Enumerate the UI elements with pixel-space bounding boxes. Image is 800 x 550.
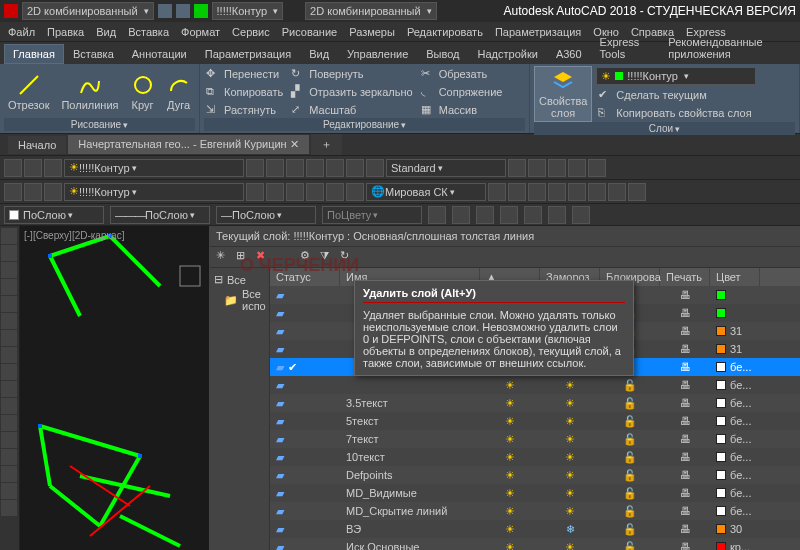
tool-icon[interactable] [326, 159, 344, 177]
workspace-combo-2[interactable]: 2D комбинированный [305, 2, 437, 20]
viewport-label[interactable]: [-][Сверху][2D-каркас] [24, 230, 124, 241]
tool-icon[interactable] [1, 449, 17, 465]
tool-icon[interactable] [306, 183, 324, 201]
tool-icon[interactable] [266, 183, 284, 201]
ribbon-tab[interactable]: Express Tools [591, 32, 660, 64]
tool-icon[interactable] [528, 159, 546, 177]
ribbon-tab[interactable]: A360 [547, 44, 591, 64]
tool-icon[interactable] [1, 313, 17, 329]
new-icon[interactable] [158, 4, 172, 18]
tool-icon[interactable] [266, 159, 284, 177]
new-tab-button[interactable]: ＋ [311, 134, 342, 155]
layer-states-icon[interactable]: ⚙ [300, 249, 316, 265]
current-layer-combo[interactable]: ☀!!!!!Контур [596, 67, 756, 85]
tool-icon[interactable] [508, 183, 526, 201]
tool-icon[interactable] [528, 183, 546, 201]
qat-layer-combo[interactable]: !!!!!Контур [212, 2, 284, 20]
polyline-button[interactable]: Полилиния [57, 71, 122, 113]
filter-all[interactable]: ⊟ Все [214, 272, 265, 287]
ribbon-tab-home[interactable]: Главная [4, 44, 64, 64]
tool-icon[interactable] [1, 296, 17, 312]
col-color[interactable]: Цвет [710, 268, 760, 286]
workspace-combo-1[interactable]: 2D комбинированный [22, 2, 154, 20]
tool-icon[interactable] [366, 159, 384, 177]
tool-icon[interactable] [476, 206, 494, 224]
tool-icon[interactable] [44, 183, 62, 201]
tool-icon[interactable] [286, 183, 304, 201]
tool-icon[interactable] [588, 183, 606, 201]
tool-icon[interactable] [500, 206, 518, 224]
move-button[interactable]: ✥Перенести [204, 66, 285, 82]
line-button[interactable]: Отрезок [4, 71, 53, 113]
stretch-button[interactable]: ⇲Растянуть [204, 102, 285, 118]
tool-icon[interactable] [524, 206, 542, 224]
tool-icon[interactable] [548, 159, 566, 177]
col-status[interactable]: Статус [270, 268, 340, 286]
textstyle-combo[interactable]: Standard [386, 159, 506, 177]
color-combo[interactable]: ПоСлою [4, 206, 104, 224]
tool-icon[interactable] [1, 432, 17, 448]
ribbon-tab[interactable]: Вид [300, 44, 338, 64]
tool-icon[interactable] [306, 159, 324, 177]
layer-row[interactable]: ▰MD_Видимые☀☀🔓🖶 бе... [270, 484, 800, 502]
layer-toolbar-combo-2[interactable]: ☀ !!!!!Контур [64, 183, 244, 201]
plotstyle-combo[interactable]: ПоЦвету [322, 206, 422, 224]
menu-item[interactable]: Размеры [349, 26, 395, 38]
menu-item[interactable]: Рисование [282, 26, 337, 38]
tool-icon[interactable] [452, 206, 470, 224]
tool-icon[interactable] [1, 466, 17, 482]
layer-row[interactable]: ▰Иск.Основные☀☀🔓🖶 кр... [270, 538, 800, 550]
menu-item[interactable]: Файл [8, 26, 35, 38]
panel-title[interactable]: Редактирование [204, 118, 525, 131]
tool-icon[interactable] [24, 159, 42, 177]
tool-icon[interactable] [1, 398, 17, 414]
save-icon[interactable] [176, 4, 190, 18]
tool-icon[interactable] [246, 183, 264, 201]
ribbon-tab[interactable]: Надстройки [469, 44, 547, 64]
panel-title[interactable]: Рисование [4, 118, 195, 131]
tool-icon[interactable] [1, 262, 17, 278]
viewport[interactable]: [-][Сверху][2D-каркас] [20, 226, 210, 550]
menu-item[interactable]: Параметризация [495, 26, 581, 38]
layer-row[interactable]: ▰10текст☀☀🔓🖶 бе... [270, 448, 800, 466]
tool-icon[interactable] [346, 183, 364, 201]
tool-icon[interactable] [1, 483, 17, 499]
circle-button[interactable]: Круг [127, 71, 159, 113]
fillet-button[interactable]: ◟Сопряжение [419, 84, 505, 100]
col-plot[interactable]: Печать [660, 268, 710, 286]
ribbon-tab[interactable]: Вывод [417, 44, 468, 64]
tool-icon[interactable] [24, 183, 42, 201]
arc-button[interactable]: Дуга [163, 71, 195, 113]
tool-icon[interactable] [246, 159, 264, 177]
ribbon-tab[interactable]: Параметризация [196, 44, 300, 64]
tool-icon[interactable] [548, 183, 566, 201]
tool-icon[interactable] [346, 159, 364, 177]
menu-item[interactable]: Сервис [232, 26, 270, 38]
close-tab-icon[interactable]: ✕ [290, 138, 299, 150]
menu-item[interactable]: Редактировать [407, 26, 483, 38]
rotate-button[interactable]: ↻Повернуть [289, 66, 414, 82]
tool-icon[interactable] [628, 183, 646, 201]
ribbon-tab[interactable]: Управление [338, 44, 417, 64]
layer-row[interactable]: ▰7текст☀☀🔓🖶 бе... [270, 430, 800, 448]
make-current-button[interactable]: ✔Сделать текущим [596, 87, 795, 103]
tool-icon[interactable] [326, 183, 344, 201]
ribbon-tab[interactable]: Рекомендованные приложения [659, 32, 796, 64]
tool-icon[interactable] [508, 159, 526, 177]
menu-item[interactable]: Вставка [128, 26, 169, 38]
layer-properties-button[interactable]: Свойства слоя [534, 66, 592, 122]
lineweight-combo[interactable]: — ПоСлою [216, 206, 316, 224]
linetype-combo[interactable]: ——— ПоСлою [110, 206, 210, 224]
menu-item[interactable]: Правка [47, 26, 84, 38]
copy-layer-props-button[interactable]: ⎘Копировать свойства слоя [596, 105, 795, 121]
layer-row[interactable]: ▰ВЭ☀❄🔓🖶 30 [270, 520, 800, 538]
tool-icon[interactable] [548, 206, 566, 224]
tool-icon[interactable] [1, 245, 17, 261]
panel-title[interactable]: Слои [534, 122, 795, 135]
tool-icon[interactable] [1, 415, 17, 431]
refresh-icon[interactable]: ↻ [340, 249, 356, 265]
tool-icon[interactable] [1, 228, 17, 244]
tool-icon[interactable] [4, 159, 22, 177]
tool-icon[interactable] [1, 364, 17, 380]
tool-icon[interactable] [1, 381, 17, 397]
